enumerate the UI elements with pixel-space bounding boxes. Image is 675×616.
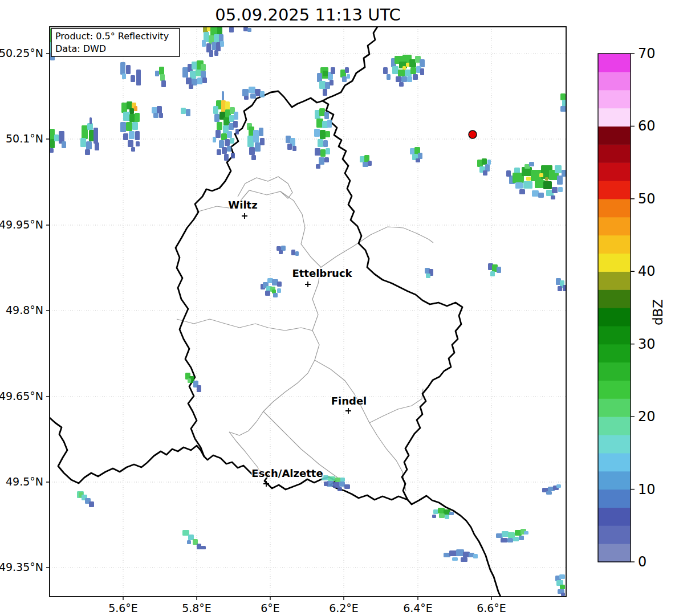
- city-label: Ettelbruck: [292, 267, 352, 279]
- colorbar-segment: [598, 544, 631, 562]
- radar-echo-cell: [85, 149, 90, 155]
- colorbar-segment: [598, 144, 631, 162]
- radar-echo-cell: [243, 27, 248, 31]
- radar-echo-cell: [320, 130, 326, 139]
- radar-echo-cell: [276, 246, 281, 251]
- radar-echo-cell: [219, 140, 224, 148]
- colorbar-tick-label: 10: [638, 482, 656, 497]
- radar-echo-cell: [556, 484, 561, 488]
- radar-echo-cell: [186, 77, 192, 84]
- radar-echo-cell: [410, 67, 416, 74]
- radar-echo-cell: [526, 177, 531, 181]
- colorbar-segment: [598, 380, 631, 398]
- radar-echo-cell: [234, 112, 238, 120]
- radar-echo-cell: [136, 141, 140, 146]
- radar-echo-cell: [201, 546, 206, 549]
- radar-echo-cell: [344, 484, 350, 489]
- radar-echo-cell: [324, 112, 329, 119]
- district-border-line: [369, 389, 423, 423]
- y-tick-label: 50.25°N: [0, 47, 43, 59]
- radar-echo-cell: [315, 148, 320, 156]
- radar-echo-cell: [129, 108, 134, 114]
- radar-echo-cell: [153, 113, 158, 118]
- district-border-line: [238, 177, 292, 198]
- radar-echo-cell: [539, 173, 543, 177]
- radar-echo-cell: [363, 162, 368, 167]
- colorbar-segment: [598, 90, 631, 108]
- colorbar-segment: [598, 289, 631, 308]
- radar-echo-cell: [519, 189, 525, 194]
- radar-echo-cell: [249, 147, 255, 155]
- radar-echo-cell: [159, 113, 163, 118]
- radar-echo-cell: [490, 271, 495, 276]
- colorbar-segment: [598, 525, 631, 544]
- radar-echo-cell: [126, 122, 132, 131]
- radar-echo-cell: [214, 50, 218, 56]
- radar-echo-cell: [196, 70, 201, 76]
- radar-echo-cell: [131, 75, 135, 82]
- radar-echo-cell: [120, 62, 125, 75]
- radar-echo-cell: [202, 40, 206, 47]
- radar-echo-cell: [233, 121, 238, 128]
- radar-echo-cell: [339, 482, 345, 487]
- radar-echo-cell: [213, 137, 216, 142]
- y-tick-label: 49.8°N: [6, 304, 43, 316]
- radar-echo-cell: [131, 147, 135, 152]
- radar-echo-cell: [277, 288, 281, 293]
- radar-echo-cell: [559, 574, 565, 579]
- radar-echo-cell: [558, 286, 562, 291]
- radar-echo-cell: [135, 131, 140, 140]
- radar-echo-cell: [368, 161, 372, 166]
- radar-echo-cell: [215, 130, 221, 138]
- colorbar: 010203040506070: [598, 46, 656, 570]
- radar-echo-cell: [449, 512, 454, 515]
- radar-echo-cell: [132, 122, 138, 130]
- radar-echo-cell: [135, 113, 140, 122]
- radar-echo-cell: [345, 67, 349, 73]
- radar-echo-cell: [319, 108, 325, 116]
- radar-echo-cell: [316, 164, 320, 169]
- radar-echo-cell: [523, 181, 532, 189]
- radar-echo-cell: [338, 487, 342, 491]
- radar-echo-cell: [134, 106, 137, 111]
- colorbar-segment: [598, 162, 631, 181]
- radar-echo-cell: [202, 77, 207, 83]
- colorbar-segment: [598, 417, 631, 435]
- radar-echo-cell: [217, 122, 222, 130]
- radar-echo-cell: [272, 289, 276, 293]
- radar-echo-cell: [222, 147, 227, 154]
- radar-echo-cell: [129, 131, 135, 139]
- y-tick-label: 50.1°N: [6, 132, 43, 145]
- radar-echo-cell: [410, 148, 415, 154]
- district-border-line: [321, 227, 433, 267]
- radar-echo-cell: [129, 114, 135, 122]
- radar-echo-cell: [392, 66, 399, 74]
- radar-echo-cell: [186, 109, 190, 116]
- city-marker-cross: [242, 213, 247, 219]
- radar-echo-cell: [324, 157, 329, 162]
- info-box-product-line: Product: 0.5° Reflectivity: [55, 31, 169, 42]
- radar-echo-cell: [360, 156, 365, 162]
- radar-echo-cell: [323, 71, 328, 76]
- colorbar-segment: [598, 453, 631, 471]
- radar-echo-cell: [128, 140, 133, 147]
- country-borders: [50, 27, 501, 597]
- radar-echo-cell: [545, 177, 548, 181]
- radar-echo-cell: [230, 138, 234, 144]
- colorbar-segment: [598, 489, 631, 508]
- radar-echo-cell: [420, 68, 424, 75]
- radar-echo-cell: [287, 144, 292, 150]
- radar-echo-cell: [260, 138, 265, 145]
- radar-echo-cell: [225, 139, 230, 146]
- radar-echo-cell: [513, 537, 519, 541]
- radar-echo-cell: [483, 170, 487, 176]
- district-border-line: [315, 360, 406, 491]
- radar-echo-cell: [229, 27, 234, 32]
- radar-echo-cell: [439, 513, 445, 518]
- y-tick-label: 49.5°N: [6, 475, 43, 488]
- radar-echo-cell: [216, 42, 221, 51]
- radar-echo-cell: [324, 482, 328, 486]
- radar-echo-cell: [330, 80, 334, 85]
- radar-echo-cell: [201, 71, 206, 79]
- radar-echo-cell: [328, 476, 335, 481]
